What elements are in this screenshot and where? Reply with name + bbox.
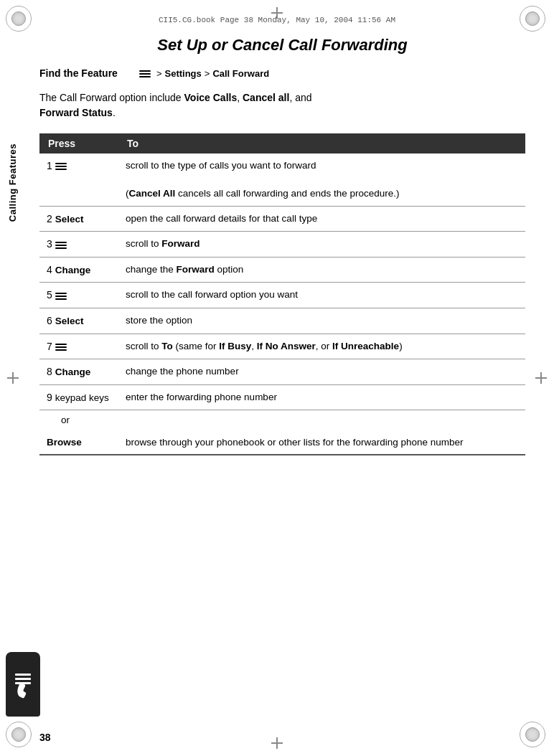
table-row: 6 Select store the option [39,308,525,334]
svg-rect-0 [15,674,31,676]
cross-right-center [535,372,547,384]
intro-and: , and [289,92,311,103]
intro-period: . [113,107,116,118]
table-row: 7 scroll to To (same for If Busy, If No … [39,334,525,359]
cancel-all-text: Cancel All [129,188,176,199]
table-row: 3 scroll to Forward [39,232,525,257]
page-title: Set Up or Cancel Call Forwarding [39,36,525,55]
table-wrapper: Press To 1 [39,133,525,455]
press-cell-6: 6 Select [39,308,118,334]
col-to-header: To [118,133,525,153]
press-cell-2: 2 Select [39,206,118,232]
page-number: 38 [39,732,51,743]
corner-decoration-bottom-right [520,722,548,750]
calling-features-label: Calling Features [7,143,18,222]
col-press-header: Press [39,133,118,153]
to-cell-8: change the phone number [118,359,525,385]
press-cell-9: 9 keypad keys [39,384,118,410]
cross-bottom-center [271,737,283,749]
table-header-row: Press To [39,133,525,153]
to-cell-browse: browse through your phonebook or other l… [118,430,525,455]
press-table: Press To 1 [39,133,525,455]
corner-decoration-top-left [6,6,34,34]
main-content: Set Up or Cancel Call Forwarding Find th… [39,36,525,720]
scroll-icon-7 [55,342,67,352]
press-cell-8: 8 Change [39,359,118,385]
phone-icon [12,666,34,702]
forward-status-label: Forward Status [39,107,113,118]
scroll-icon-1 [55,161,67,171]
phone-icon-box [6,652,40,717]
or-text: or [47,415,70,425]
table-row: 2 Select open the call forward details f… [39,206,525,232]
to-cell-6: store the option [118,308,525,334]
table-row: 5 scroll to the call forward option you … [39,283,525,308]
or-row: or [39,410,525,430]
table-row-browse: Browse browse through your phonebook or … [39,430,525,455]
cross-left-center [7,372,19,384]
table-row: 9 keypad keys enter the forwarding phone… [39,384,525,410]
corner-decoration-bottom-left [6,722,34,750]
intro-comma1: , [237,92,243,103]
svg-rect-1 [15,678,31,680]
find-feature-label: Find the Feature [39,67,118,79]
to-cell-4: change the Forward option [118,257,525,283]
press-cell-1: 1 [39,153,118,206]
table-row: 4 Change change the Forward option [39,257,525,283]
press-cell-3: 3 [39,232,118,257]
cancel-all-label: Cancel all [243,92,289,103]
press-cell-browse: Browse [39,430,118,455]
table-row: 8 Change change the phone number [39,359,525,385]
scroll-icon-5 [55,291,67,301]
page: CII5.CG.book Page 38 Monday, May 10, 200… [0,0,554,756]
to-cell-2: open the call forward details for that c… [118,206,525,232]
scroll-icon-3 [55,240,67,250]
press-cell-5: 5 [39,283,118,308]
find-feature-row: Find the Feature > Settings > Call Forwa… [39,67,525,79]
to-cell-5: scroll to the call forward option you wa… [118,283,525,308]
corner-decoration-top-right [520,6,548,34]
menu-icon-lines [139,69,151,79]
intro-text-before: The Call Forward option include [39,92,184,103]
find-feature-path: > Settings > Call Forward [139,67,269,79]
to-cell-3: scroll to Forward [118,232,525,257]
to-cell-9: enter the forwarding phone number [118,384,525,410]
table-row: 1 scroll to the type of calls you want t… [39,153,525,206]
press-cell-7: 7 [39,334,118,359]
menu-icon [139,67,154,79]
to-cell-1: scroll to the type of calls you want to … [118,153,525,206]
voice-calls-label: Voice Calls [184,92,238,103]
to-cell-7: scroll to To (same for If Busy, If No An… [118,334,525,359]
header-bar: CII5.CG.book Page 38 Monday, May 10, 200… [36,13,518,27]
press-cell-4: 4 Change [39,257,118,283]
intro-paragraph: The Call Forward option include Voice Ca… [39,90,525,121]
